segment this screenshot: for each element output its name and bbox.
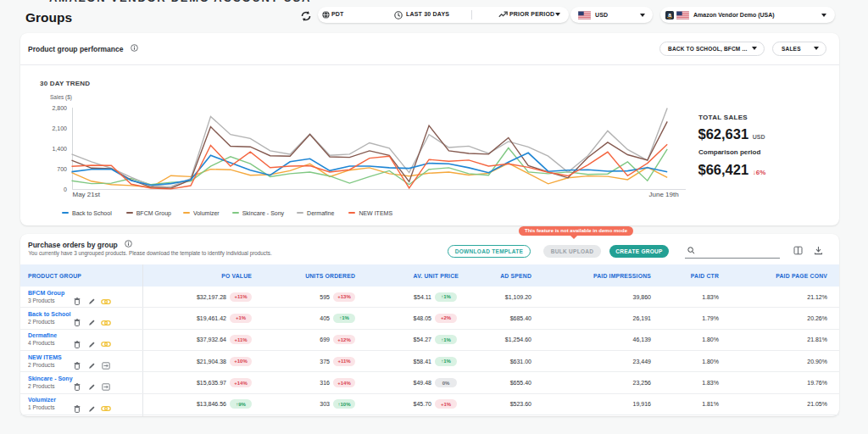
svg-text:a: a xyxy=(668,12,671,18)
